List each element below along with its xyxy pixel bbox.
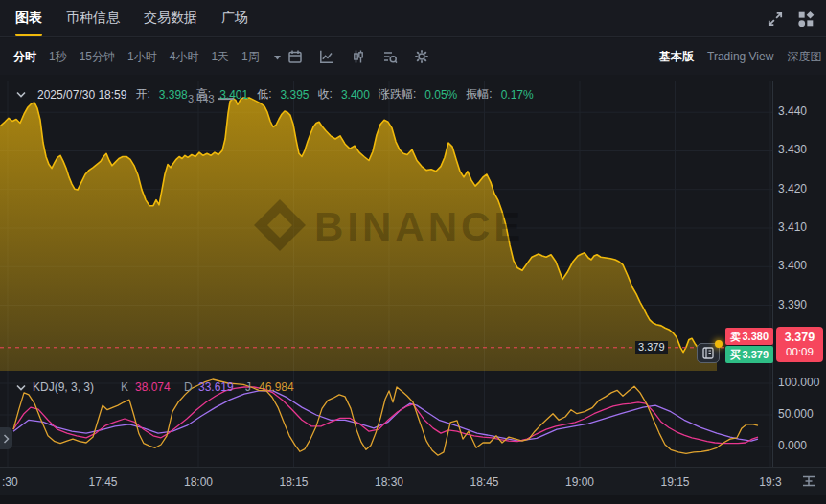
- panel-expand-handle[interactable]: [0, 427, 12, 449]
- kdj-j-label: J: [245, 380, 251, 394]
- time-tick-label: 18:15: [279, 475, 308, 489]
- sell-price-badge[interactable]: 卖 3.380: [725, 328, 773, 345]
- price-tick-label: 3.390: [778, 298, 807, 311]
- high-value: 3.401: [219, 88, 248, 102]
- price-chart-canvas[interactable]: BINANCE: [0, 0, 826, 504]
- price-tick-label: 3.420: [778, 182, 807, 195]
- time-axis[interactable]: :3017:4518:0018:1518:3018:4519:0019:1519…: [0, 467, 826, 495]
- time-tick-label: 18:45: [470, 475, 498, 489]
- kdj-tick-label: 0.000: [778, 439, 807, 452]
- ohlc-info-row: 2025/07/30 18:59 开: 3.398 高: 3.401 低: 3.…: [15, 86, 534, 103]
- buy-price: 3.379: [742, 349, 769, 360]
- kdj-title[interactable]: KDJ(9, 3, 3): [33, 380, 94, 394]
- amplitude-label: 振幅:: [466, 86, 492, 103]
- kdj-d-label: D: [184, 380, 193, 394]
- time-tick-label: 18:30: [375, 475, 403, 489]
- last-price-line-label: 3.379: [635, 341, 668, 354]
- amplitude-value: 0.17%: [501, 88, 534, 102]
- kdj-k-label: K: [121, 380, 128, 394]
- time-tick-label: 19:15: [660, 475, 689, 489]
- price-tick-label: 3.410: [778, 220, 807, 234]
- open-label: 开:: [135, 86, 149, 103]
- kdj-j-value: 46.984: [259, 380, 294, 394]
- price-tick-label: 3.430: [778, 143, 807, 156]
- time-tick-label: :30: [2, 475, 18, 489]
- order-details-icon: [702, 347, 714, 359]
- price-axis-divider: [772, 81, 773, 495]
- kdj-tick-label: 50.000: [778, 407, 814, 421]
- change-value: 0.05%: [424, 88, 457, 102]
- close-label: 收:: [318, 86, 333, 103]
- sell-price: 3.380: [742, 331, 769, 342]
- last-price-value: 3.379: [785, 331, 815, 346]
- axis-settings-icon[interactable]: [800, 472, 817, 490]
- kdj-collapse-chevron-icon[interactable]: [15, 383, 27, 393]
- time-tick-label: 17:45: [88, 475, 117, 489]
- kdj-tick-label: 100.000: [778, 376, 819, 389]
- low-value: 3.395: [281, 88, 310, 102]
- price-tick-label: 3.440: [778, 104, 807, 118]
- change-label: 涨跌幅:: [379, 86, 416, 103]
- session-high-label: 3.443: [188, 93, 215, 104]
- last-price-dot: [715, 340, 723, 348]
- open-value: 3.398: [159, 88, 188, 102]
- chevron-right-icon: [3, 434, 10, 444]
- kdj-indicator-header: KDJ(9, 3, 3) K 38.074 D 33.619 J 46.984: [0, 380, 767, 396]
- collapse-chevron-icon[interactable]: [15, 90, 27, 100]
- ohlc-datetime: 2025/07/30 18:59: [37, 88, 126, 102]
- trading-chart-window: 图表 币种信息 交易数据 广场 分时 1秒 15分钟 1小时 4小时 1天: [0, 0, 826, 504]
- time-tick-label: 18:00: [184, 475, 213, 489]
- time-tick-label: 19:3: [759, 475, 781, 489]
- close-value: 3.400: [341, 88, 370, 102]
- last-price-axis-badge: 3.379 00:09: [776, 327, 823, 362]
- sell-label: 卖: [730, 330, 741, 344]
- low-label: 低:: [257, 86, 271, 103]
- kdj-k-value: 38.074: [135, 380, 171, 394]
- bottom-edge-band: [0, 495, 826, 504]
- watermark-text: BINANCE: [314, 204, 524, 249]
- price-tick-label: 3.400: [778, 259, 807, 272]
- kdj-d-value: 33.619: [198, 380, 234, 394]
- time-tick-label: 19:00: [565, 475, 594, 489]
- candle-countdown: 00:09: [786, 345, 814, 358]
- buy-label: 买: [730, 348, 741, 362]
- buy-price-badge[interactable]: 买 3.379: [725, 346, 773, 363]
